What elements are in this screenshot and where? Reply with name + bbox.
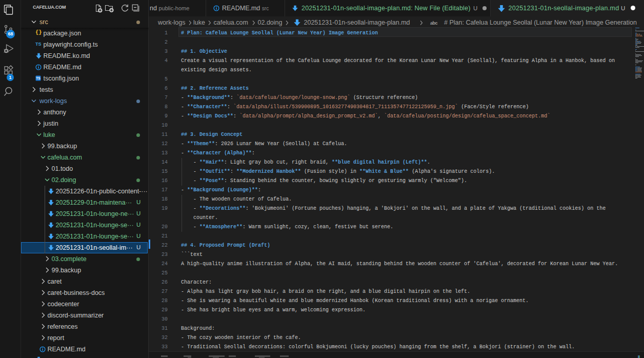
svg-text:TS: TS (36, 76, 41, 80)
